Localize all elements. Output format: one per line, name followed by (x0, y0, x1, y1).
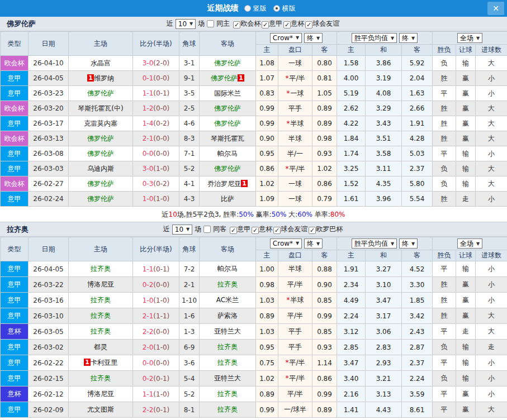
filter-checkbox[interactable]: ✓ (309, 227, 316, 234)
filter-checkbox[interactable]: ✓ (230, 227, 237, 234)
layout-radio-group: 竖版横版 (244, 4, 300, 13)
away-team-cell: 拉齐奥 (200, 355, 256, 371)
date-cell: 26-03-13 (29, 131, 69, 146)
filter-checkbox[interactable]: ✓ (233, 21, 240, 28)
date-cell: 26-02-27 (29, 176, 69, 192)
away-odds-cell: 0.93 (312, 340, 337, 355)
score-cell: 2-0(1-0) (133, 340, 179, 355)
score-cell: 2-1(0-0) (133, 131, 179, 146)
games-count-select[interactable]: 10▼ (176, 19, 196, 29)
result-cell: 负 (433, 371, 456, 386)
match-row: 欧会杯26-02-27佛罗伦萨0-3(0-2)4-1乔治罗尼亚11.02一球0.… (1, 176, 507, 192)
handicap-text: 平/半 (289, 74, 305, 82)
mean-draw-odds-cell: 3.58 (366, 146, 402, 161)
handicap-result-cell: 输 (456, 340, 476, 355)
away-team-name: 亚特兰大 (214, 327, 241, 335)
handicap-result-cell: 走 (456, 192, 476, 207)
full-game-dropdown[interactable]: 全场▼ (457, 238, 482, 249)
crow-final-dropdown[interactable]: 终▼ (304, 238, 323, 249)
mean-home-odds-cell: 4.00 (337, 71, 366, 86)
layout-radio-selected[interactable] (273, 5, 280, 12)
crow-final-dropdown[interactable]: 终▼ (304, 33, 323, 43)
mean-draw-odds-cell: 4.43 (366, 402, 402, 418)
home-team-name: 拉齐奥 (91, 265, 111, 273)
full-time-score: 3-0 (143, 165, 154, 173)
away-odds-cell: 0.98 (312, 131, 337, 146)
half-time-score: (0-1) (153, 406, 169, 414)
mean-away-odds-cell: 3.30 (402, 277, 433, 293)
away-team-name: 佛罗伦萨 (214, 165, 241, 173)
handicap-text: 一球 (288, 195, 302, 203)
full-time-score: 2-2 (143, 328, 154, 336)
red-number-badge: 1 (84, 359, 91, 366)
filter-checkbox[interactable]: ✓ (305, 21, 312, 28)
goals-result-cell: 走 (476, 340, 507, 355)
away-team-cell: 比萨 (200, 192, 256, 207)
away-team-name: 亚特兰大 (214, 374, 241, 382)
mean-away-odds-cell: 5.54 (402, 192, 433, 207)
filter-checkbox[interactable]: ✓ (283, 21, 291, 28)
half-time-score: (0-1) (153, 375, 169, 383)
goals-result-cell: 小 (476, 277, 507, 293)
home-team-name: 佛罗伦萨 (87, 89, 114, 97)
league-badge: 意甲 (1, 116, 29, 131)
col-date: 日期 (29, 32, 69, 56)
away-team-cell: 拉齐奥 (200, 402, 256, 418)
layout-radio-unselected[interactable] (244, 5, 251, 12)
mean-final-dropdown[interactable]: 终▼ (399, 238, 418, 249)
handicap-text: 一球 (288, 59, 302, 67)
mean-draw-odds-cell: 3.06 (366, 324, 402, 340)
handicap-cell: 半球 (278, 131, 312, 146)
handicap-cell: 平手 (278, 101, 312, 116)
score-cell: 1-1(1-0) (133, 386, 179, 402)
summary-segment: 单率: (312, 211, 330, 218)
close-button[interactable]: ✕ (487, 2, 504, 15)
mean-away-odds-cell: 2.37 (402, 355, 433, 371)
full-game-dropdown[interactable]: 全场▼ (457, 33, 482, 43)
full-time-score: 1-0 (143, 297, 154, 304)
home-odds-cell: 1.07 (256, 71, 278, 86)
home-odds-cell: 1.03 (256, 324, 278, 340)
mean-final-dropdown[interactable]: 终▼ (399, 33, 418, 43)
away-team-cell: 佛罗伦萨 (200, 101, 256, 116)
mean-odds-dropdown[interactable]: 胜平负均值▼ (352, 33, 397, 43)
handicap-cell: *平/半 (278, 161, 312, 176)
col-home-odds: 主 (256, 250, 278, 261)
away-team-cell: 萨索洛 (200, 308, 256, 324)
score-cell: 2-2(0-0) (133, 324, 179, 340)
mean-away-odds-cell: 2.37 (402, 161, 433, 176)
red-number-badge: 1 (241, 180, 248, 187)
home-odds-cell: 1.09 (256, 192, 278, 207)
games-count-select[interactable]: 10▼ (172, 225, 192, 235)
filter-checkbox[interactable]: ✓ (252, 227, 259, 234)
filter-checkbox[interactable]: ✓ (262, 21, 269, 28)
full-time-score: 1-0 (143, 195, 154, 203)
away-team-cell: 拉齐奥 (200, 277, 256, 293)
league-badge: 意甲 (1, 261, 29, 277)
bookmaker-dropdown[interactable]: Crow*▼ (270, 238, 302, 249)
home-team-cell: 水晶宫 (69, 56, 133, 71)
score-cell: 0-0(0-0) (133, 146, 179, 161)
home-team-cell: 博洛尼亚 (69, 386, 133, 402)
col-result: 胜负 (433, 45, 456, 56)
handicap-result-cell: 赢 (456, 402, 476, 418)
half-time-score: (0-0) (153, 359, 169, 367)
same-venue-label: 同主 (216, 19, 230, 28)
home-team-cell: 拉齐奥 (69, 308, 133, 324)
filter-checkbox[interactable]: ✓ (273, 227, 281, 234)
red-number-badge: 1 (238, 74, 244, 82)
result-cell: 平 (433, 146, 456, 161)
red-number-badge: 1 (87, 74, 94, 82)
result-cell: 胜 (433, 308, 456, 324)
mean-draw-odds-cell: 3.17 (366, 308, 402, 324)
mean-home-odds-cell: 1.61 (337, 192, 366, 207)
same-venue-checkbox[interactable] (203, 226, 211, 233)
handicap-result-cell: 输 (456, 56, 476, 71)
corners-cell: 3-6 (179, 355, 200, 371)
bookmaker-dropdown[interactable]: Crow*▼ (270, 33, 302, 43)
mean-odds-dropdown[interactable]: 胜平负均值▼ (352, 238, 397, 249)
same-venue-checkbox[interactable] (207, 20, 214, 27)
away-odds-cell: 0.79 (312, 192, 337, 207)
half-time-score: (1-1) (153, 312, 169, 320)
filter-label: 球会友谊 (312, 20, 339, 27)
